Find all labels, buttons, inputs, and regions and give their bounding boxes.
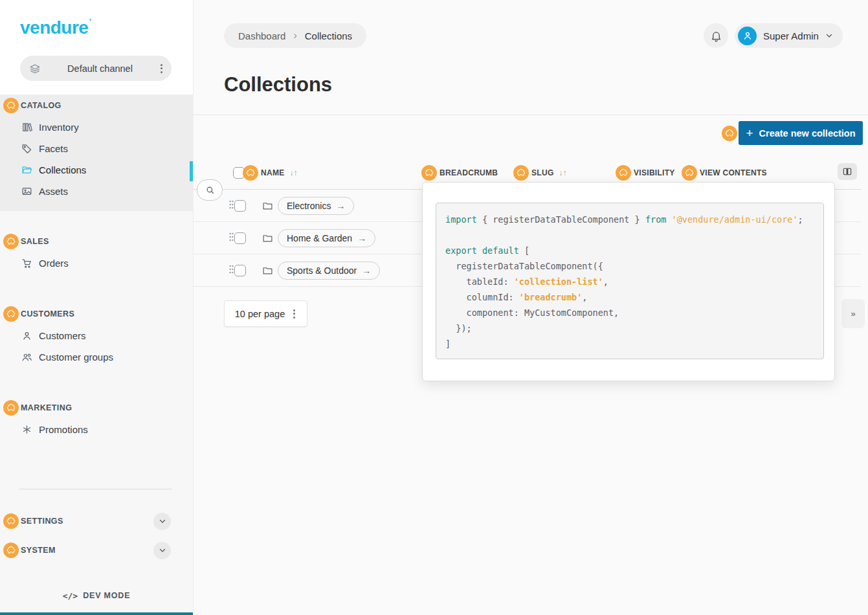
plus-icon: + — [746, 127, 753, 139]
logo-mark: ’ — [89, 17, 91, 27]
folder-icon — [262, 200, 273, 211]
user-name: Super Admin — [763, 30, 819, 41]
ui-extension-badge[interactable] — [513, 165, 529, 181]
drag-handle-icon[interactable] — [229, 265, 234, 276]
asterisk-icon — [21, 424, 32, 435]
create-new-collection-button[interactable]: + Create new collection — [739, 121, 863, 145]
user-menu[interactable]: Super Admin — [735, 23, 843, 48]
breadcrumb: Dashboard › Collections — [224, 23, 366, 48]
chevron-down-icon[interactable] — [153, 513, 171, 530]
dev-mode-label: DEV MODE — [83, 591, 130, 600]
ui-extension-badge[interactable] — [3, 98, 19, 113]
breadcrumb-dashboard[interactable]: Dashboard — [238, 30, 285, 41]
avatar — [738, 27, 757, 45]
column-label[interactable]: VIEW CONTENTS — [700, 168, 767, 177]
folder-open-icon — [21, 164, 32, 175]
ui-extension-badge[interactable] — [3, 234, 19, 249]
ui-extension-badge[interactable] — [243, 165, 258, 181]
sidebar-item-label: Customers — [39, 330, 86, 341]
page-title: Collections — [224, 73, 332, 96]
layers-icon — [29, 63, 41, 74]
row-checkbox[interactable] — [234, 200, 246, 212]
sidebar-item-label: Inventory — [39, 122, 79, 133]
drag-handle-icon[interactable] — [229, 232, 234, 244]
ui-extension-badge[interactable] — [3, 306, 19, 322]
column-label[interactable]: BREADCRUMB — [440, 168, 498, 177]
chevron-down-icon[interactable] — [153, 542, 171, 559]
channel-selector[interactable]: Default channel — [20, 56, 172, 81]
sort-icon[interactable]: ↓↑ — [290, 168, 298, 177]
collection-chip-electronics[interactable]: Electronics→ — [278, 197, 354, 215]
column-header-visibility: VISIBILITY — [616, 162, 675, 184]
breadcrumb-collections[interactable]: Collections — [305, 30, 352, 41]
column-label[interactable]: SLUG — [531, 168, 554, 177]
column-header-breadcrumb: BREADCRUMB — [421, 162, 498, 184]
collection-name: Home & Garden — [287, 233, 352, 243]
tag-icon — [21, 143, 32, 154]
sidebar-divider — [19, 489, 172, 489]
sidebar-item-label: Collections — [39, 164, 86, 175]
pagination-next-button[interactable]: » — [841, 299, 865, 328]
dev-mode-toggle[interactable]: </> DEV MODE — [0, 586, 193, 605]
channel-menu-icon[interactable] — [159, 63, 164, 74]
code-icon: </> — [63, 591, 78, 601]
ui-extension-badge[interactable] — [3, 400, 19, 416]
ui-extension-badge[interactable] — [722, 126, 737, 141]
section-label: SETTINGS — [21, 517, 63, 526]
row-checkbox[interactable] — [234, 232, 246, 244]
sort-icon[interactable]: ↓↑ — [559, 168, 567, 177]
column-picker-button[interactable] — [838, 163, 857, 180]
column-label[interactable]: VISIBILITY — [634, 168, 675, 177]
sidebar-item-label: Orders — [39, 258, 69, 269]
nav-group-catalog: CATALOGInventoryFacetsCollectionsAssets — [0, 95, 193, 202]
channel-label: Default channel — [41, 63, 159, 74]
image-icon — [21, 186, 32, 197]
row-checkbox[interactable] — [234, 265, 246, 276]
sidebar-item-customers[interactable]: Customers — [0, 325, 193, 346]
search-button[interactable] — [197, 179, 223, 201]
sidebar-item-facets[interactable]: Facets — [0, 138, 193, 159]
sidebar-section-settings[interactable]: SETTINGS — [0, 510, 193, 532]
active-item-indicator — [190, 161, 193, 181]
column-label[interactable]: NAME — [261, 168, 285, 177]
dev-mode-code-popover: import { registerDataTableComponent } fr… — [422, 182, 835, 381]
breadcrumb-separator-icon: › — [293, 30, 296, 41]
sidebar-item-promotions[interactable]: Promotions — [0, 419, 193, 440]
users-icon — [21, 352, 32, 363]
column-header-slug: SLUG ↓↑ — [513, 162, 567, 184]
collection-name: Electronics — [287, 201, 331, 211]
code-snippet: import { registerDataTableComponent } fr… — [436, 203, 824, 359]
section-label: SALES — [21, 237, 49, 246]
ui-extension-badge[interactable] — [616, 165, 631, 181]
ui-extension-badge[interactable] — [3, 513, 19, 529]
cart-icon — [21, 258, 32, 269]
sidebar-section-sales: SALES — [0, 230, 193, 252]
sidebar-item-orders[interactable]: Orders — [0, 252, 193, 274]
per-page-select[interactable]: 10 per page — [224, 300, 307, 327]
sidebar-item-label: Assets — [39, 186, 68, 197]
column-header-name: NAME ↓↑ — [233, 162, 298, 184]
sidebar-item-assets[interactable]: Assets — [0, 181, 193, 202]
per-page-menu-icon — [292, 308, 296, 320]
drag-handle-icon[interactable] — [229, 200, 234, 212]
create-button-label: Create new collection — [759, 128, 856, 139]
sidebar-item-inventory[interactable]: Inventory — [0, 117, 193, 138]
sidebar-item-customer-groups[interactable]: Customer groups — [0, 346, 193, 368]
columns-icon — [842, 166, 852, 177]
collection-chip-home-garden[interactable]: Home & Garden→ — [278, 229, 375, 247]
sidebar-section-system[interactable]: SYSTEM — [0, 539, 193, 561]
ui-extension-badge[interactable] — [682, 165, 697, 181]
header-divider — [193, 115, 868, 115]
inventory-icon — [21, 122, 32, 133]
per-page-label: 10 per page — [235, 309, 285, 319]
collection-chip-sports-outdoor[interactable]: Sports & Outdoor→ — [278, 262, 380, 280]
ui-extension-badge[interactable] — [3, 542, 19, 558]
sidebar-item-label: Customer groups — [39, 352, 113, 363]
notifications-button[interactable] — [704, 23, 728, 48]
nav-group-marketing: MARKETINGPromotions — [0, 397, 193, 440]
sidebar-item-collections[interactable]: Collections — [0, 159, 193, 181]
nav-group-customers: CUSTOMERSCustomersCustomer groups — [0, 303, 193, 368]
section-label: MARKETING — [21, 403, 72, 412]
ui-extension-badge[interactable] — [421, 165, 437, 181]
folder-icon — [262, 265, 273, 276]
